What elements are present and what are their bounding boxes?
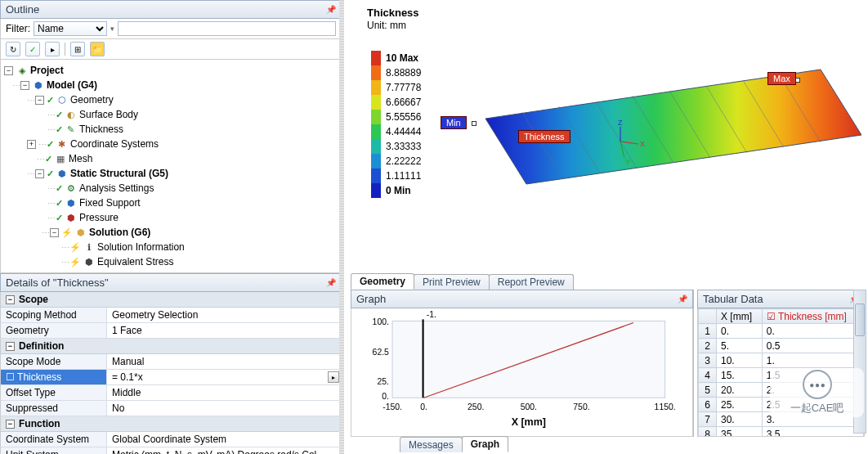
pin-icon[interactable]: 📌 [678, 294, 687, 303]
svg-text:25.: 25. [377, 377, 388, 386]
tree-pressure[interactable]: ⋯✓⬢Pressure [2, 210, 339, 225]
min-label: Min [441, 116, 467, 129]
svg-text:0.: 0. [382, 392, 389, 401]
svg-text:62.5: 62.5 [373, 348, 389, 357]
folder-button[interactable]: 📁 [90, 42, 105, 56]
tree-fixed-support[interactable]: ⋯✓⬢Fixed Support [2, 196, 339, 210]
details-row[interactable]: Offset TypeMiddle [1, 385, 341, 401]
details-row[interactable]: Coordinate SystemGlobal Coordinate Syste… [1, 432, 341, 447]
pin-icon[interactable]: 📌 [326, 278, 336, 287]
legend-row: 5.55556 [371, 110, 421, 124]
tabular-table[interactable]: X [mm]☑ Thickness [mm]10.0.25.0.5310.1.4… [698, 308, 864, 437]
scrollbar-handle[interactable] [855, 303, 865, 336]
outline-title: Outline📌 [0, 0, 342, 19]
details-row[interactable]: ☐ Thickness= 0.1*x▸ [1, 370, 341, 385]
filter-input[interactable] [118, 21, 336, 36]
tree-thickness[interactable]: ⋯✓✎Thickness [2, 122, 339, 137]
details-row[interactable]: Unit SystemMetric (mm, t, N, s, mV, mA) … [1, 447, 341, 454]
tabular-title: Tabular Data📌 [697, 290, 865, 308]
svg-text:X: X [640, 140, 645, 148]
tree-solution[interactable]: ⋯−⚡⬢Solution (G6) [2, 225, 339, 240]
min-anchor [472, 121, 477, 126]
separator [65, 43, 65, 56]
collapse-button[interactable]: ⊞ [70, 42, 85, 56]
graph-title: Graph📌 [351, 290, 693, 308]
details-row[interactable]: Geometry1 Face [1, 323, 341, 339]
tree-solution-info[interactable]: ⋯⚡ℹSolution Information [2, 240, 339, 254]
filter-select[interactable]: Name [34, 21, 107, 36]
svg-text:100.: 100. [373, 317, 389, 326]
tab-graph[interactable]: Graph [462, 436, 508, 452]
dropdown-icon[interactable]: ▸ [328, 371, 339, 383]
graph-area[interactable]: 100. 62.5 25. 0. -150. 0. 250. 500. 750.… [351, 308, 693, 437]
svg-marker-0 [485, 70, 861, 184]
legend-row: 4.44444 [371, 124, 421, 139]
tree-static[interactable]: ⋯−✓⬢Static Structural (G5) [2, 166, 339, 181]
details-group-header[interactable]: −Function [1, 416, 341, 432]
details-group-header[interactable]: −Scope [1, 292, 341, 308]
max-anchor [795, 78, 800, 83]
details-row[interactable]: SuppressedNo [1, 401, 341, 416]
expand-button[interactable]: ▸ [45, 42, 60, 56]
tree-coord-systems[interactable]: +⋯✓✱Coordinate Systems [2, 137, 339, 151]
legend-row: 1.11111 [371, 169, 421, 183]
tab-report-preview[interactable]: Report Preview [489, 274, 574, 290]
legend-row: 8.88889 [371, 65, 421, 80]
view-unit: Unit: mm [367, 20, 406, 31]
refresh-button[interactable]: ↻ [6, 42, 20, 56]
details-group-header[interactable]: −Definition [1, 339, 341, 354]
bottom-tabs: Messages Graph [351, 434, 508, 452]
tree-project[interactable]: −◈Project [2, 63, 339, 78]
legend-row: 3.33333 [371, 139, 421, 154]
thickness-label: Thickness [518, 130, 570, 143]
legend-row: 10 Max [371, 51, 421, 65]
details-title: Details of "Thickness"📌 [0, 273, 342, 292]
tab-geometry[interactable]: Geometry [351, 273, 414, 290]
details-row[interactable]: Scope ModeManual [1, 354, 341, 370]
details-row[interactable]: Scoping MethodGeometry Selection [1, 308, 341, 323]
model-render: X Y Z [445, 53, 861, 192]
svg-text:Z: Z [618, 119, 623, 127]
details-grid[interactable]: −ScopeScoping MethodGeometry SelectionGe… [0, 292, 342, 454]
svg-text:500.: 500. [521, 402, 537, 411]
svg-text:-1.: -1. [427, 310, 436, 319]
tree-analysis-settings[interactable]: ⋯✓⚙Analysis Settings [2, 181, 339, 196]
pin-icon[interactable]: 📌 [326, 5, 336, 14]
outline-tree[interactable]: −◈Project ⋯−⬢Model (G4) ⋯−✓⬡Geometry ⋯✓◐… [0, 60, 342, 273]
filter-label: Filter: [6, 23, 30, 34]
legend-row: 0 Min [371, 183, 421, 198]
tree-mesh[interactable]: ⋯✓▦Mesh [2, 151, 339, 166]
legend-row: 7.77778 [371, 80, 421, 95]
filter-row: Filter: Name ▾ [0, 19, 342, 39]
outline-toolbar: ↻ ✓ ▸ ⊞ 📁 [0, 39, 342, 60]
legend-row: 6.66667 [371, 95, 421, 110]
3d-viewport[interactable]: Thickness Unit: mm 10 Max8.888897.777786… [351, 0, 868, 270]
max-label: Max [767, 72, 796, 85]
tree-surface-body[interactable]: ⋯✓◐Surface Body [2, 107, 339, 122]
svg-text:X [mm]: X [mm] [512, 416, 546, 428]
svg-text:0.: 0. [420, 402, 427, 411]
tree-geometry[interactable]: ⋯−✓⬡Geometry [2, 92, 339, 107]
scrollbar[interactable] [853, 290, 866, 434]
legend-row: 2.22222 [371, 154, 421, 169]
tree-model[interactable]: ⋯−⬢Model (G4) [2, 78, 339, 92]
tab-print-preview[interactable]: Print Preview [414, 274, 490, 290]
dropdown-icon: ▾ [110, 25, 114, 33]
check-button[interactable]: ✓ [25, 42, 40, 56]
svg-text:-150.: -150. [383, 402, 402, 411]
tabular-body[interactable]: X [mm]☑ Thickness [mm]10.0.25.0.5310.1.4… [697, 308, 865, 437]
svg-text:750.: 750. [573, 402, 589, 411]
color-legend: 10 Max8.888897.777786.666675.555564.4444… [371, 51, 421, 198]
view-title: Thickness [367, 7, 419, 19]
svg-rect-15 [392, 321, 665, 398]
svg-text:1150.: 1150. [655, 402, 676, 411]
tree-eq-stress[interactable]: ⋯⚡⬢Equivalent Stress [2, 254, 339, 269]
svg-text:250.: 250. [468, 402, 484, 411]
view-tabs: Geometry Print Preview Report Preview [351, 272, 573, 290]
svg-text:Y: Y [625, 158, 630, 166]
tab-messages[interactable]: Messages [400, 437, 463, 452]
